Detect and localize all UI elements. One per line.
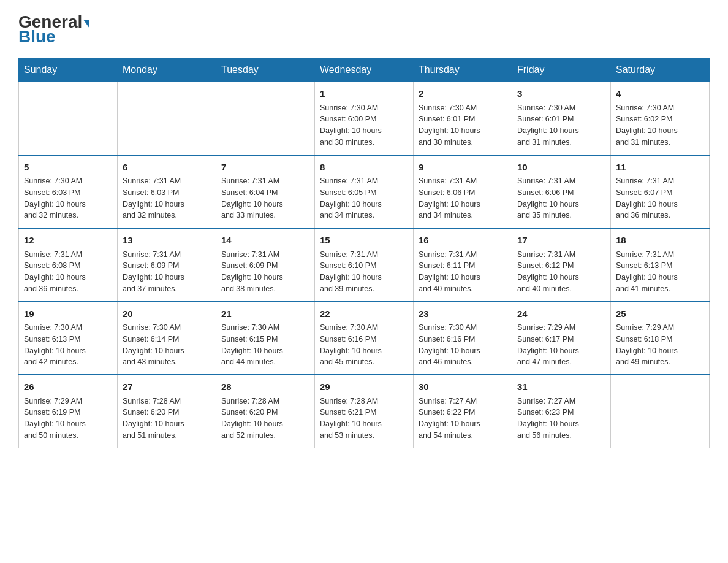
day-number: 10 bbox=[517, 161, 605, 175]
day-info: Sunrise: 7:30 AM Sunset: 6:01 PM Dayligh… bbox=[419, 102, 507, 148]
day-info: Sunrise: 7:31 AM Sunset: 6:09 PM Dayligh… bbox=[123, 249, 211, 295]
day-number: 23 bbox=[419, 307, 507, 321]
logo-arrow-icon bbox=[83, 20, 89, 28]
calendar-header-monday: Monday bbox=[118, 58, 216, 82]
day-info: Sunrise: 7:31 AM Sunset: 6:12 PM Dayligh… bbox=[517, 249, 605, 295]
day-info: Sunrise: 7:30 AM Sunset: 6:03 PM Dayligh… bbox=[24, 175, 112, 221]
day-info: Sunrise: 7:29 AM Sunset: 6:18 PM Dayligh… bbox=[616, 322, 704, 368]
day-number: 7 bbox=[221, 161, 309, 175]
calendar-day-cell: 18Sunrise: 7:31 AM Sunset: 6:13 PM Dayli… bbox=[611, 228, 710, 302]
day-number: 29 bbox=[320, 380, 408, 394]
day-number: 22 bbox=[320, 307, 408, 321]
day-number: 3 bbox=[517, 87, 605, 101]
day-info: Sunrise: 7:30 AM Sunset: 6:16 PM Dayligh… bbox=[320, 322, 408, 368]
day-info: Sunrise: 7:31 AM Sunset: 6:10 PM Dayligh… bbox=[320, 249, 408, 295]
calendar-day-cell: 17Sunrise: 7:31 AM Sunset: 6:12 PM Dayli… bbox=[512, 228, 611, 302]
day-number: 17 bbox=[517, 234, 605, 248]
logo: General Blue bbox=[18, 12, 89, 47]
calendar-day-cell: 20Sunrise: 7:30 AM Sunset: 6:14 PM Dayli… bbox=[118, 302, 216, 375]
day-number: 16 bbox=[419, 234, 507, 248]
day-info: Sunrise: 7:30 AM Sunset: 6:15 PM Dayligh… bbox=[221, 322, 309, 368]
calendar-day-cell: 19Sunrise: 7:30 AM Sunset: 6:13 PM Dayli… bbox=[19, 302, 118, 375]
day-info: Sunrise: 7:30 AM Sunset: 6:13 PM Dayligh… bbox=[24, 322, 112, 368]
day-number: 28 bbox=[221, 380, 309, 394]
day-number: 26 bbox=[24, 380, 112, 394]
day-info: Sunrise: 7:31 AM Sunset: 6:06 PM Dayligh… bbox=[517, 175, 605, 221]
calendar-week-row: 19Sunrise: 7:30 AM Sunset: 6:13 PM Dayli… bbox=[19, 302, 710, 375]
day-number: 4 bbox=[616, 87, 704, 101]
day-number: 11 bbox=[616, 161, 704, 175]
day-info: Sunrise: 7:31 AM Sunset: 6:07 PM Dayligh… bbox=[616, 175, 704, 221]
calendar-header-saturday: Saturday bbox=[611, 58, 710, 82]
day-number: 15 bbox=[320, 234, 408, 248]
day-number: 5 bbox=[24, 161, 112, 175]
calendar-day-cell: 10Sunrise: 7:31 AM Sunset: 6:06 PM Dayli… bbox=[512, 155, 611, 229]
calendar-day-cell: 26Sunrise: 7:29 AM Sunset: 6:19 PM Dayli… bbox=[19, 375, 118, 448]
day-number: 31 bbox=[517, 380, 605, 394]
day-number: 9 bbox=[419, 161, 507, 175]
day-info: Sunrise: 7:30 AM Sunset: 6:01 PM Dayligh… bbox=[517, 102, 605, 148]
calendar-day-cell: 4Sunrise: 7:30 AM Sunset: 6:02 PM Daylig… bbox=[611, 82, 710, 155]
day-info: Sunrise: 7:31 AM Sunset: 6:09 PM Dayligh… bbox=[221, 249, 309, 295]
day-number: 20 bbox=[123, 307, 211, 321]
day-number: 1 bbox=[320, 87, 408, 101]
calendar-day-cell bbox=[118, 82, 216, 155]
calendar-day-cell: 7Sunrise: 7:31 AM Sunset: 6:04 PM Daylig… bbox=[216, 155, 315, 229]
calendar-day-cell bbox=[216, 82, 315, 155]
day-number: 21 bbox=[221, 307, 309, 321]
day-info: Sunrise: 7:29 AM Sunset: 6:19 PM Dayligh… bbox=[24, 396, 112, 442]
calendar-header-row: SundayMondayTuesdayWednesdayThursdayFrid… bbox=[19, 58, 710, 82]
calendar-day-cell: 25Sunrise: 7:29 AM Sunset: 6:18 PM Dayli… bbox=[611, 302, 710, 375]
calendar-week-row: 5Sunrise: 7:30 AM Sunset: 6:03 PM Daylig… bbox=[19, 155, 710, 229]
calendar-day-cell: 12Sunrise: 7:31 AM Sunset: 6:08 PM Dayli… bbox=[19, 228, 118, 302]
day-info: Sunrise: 7:28 AM Sunset: 6:20 PM Dayligh… bbox=[221, 396, 309, 442]
page-header: General Blue bbox=[18, 12, 710, 47]
day-info: Sunrise: 7:31 AM Sunset: 6:08 PM Dayligh… bbox=[24, 249, 112, 295]
calendar-day-cell: 3Sunrise: 7:30 AM Sunset: 6:01 PM Daylig… bbox=[512, 82, 611, 155]
day-info: Sunrise: 7:30 AM Sunset: 6:00 PM Dayligh… bbox=[320, 102, 408, 148]
day-number: 19 bbox=[24, 307, 112, 321]
day-info: Sunrise: 7:31 AM Sunset: 6:05 PM Dayligh… bbox=[320, 175, 408, 221]
day-info: Sunrise: 7:31 AM Sunset: 6:04 PM Dayligh… bbox=[221, 175, 309, 221]
calendar-day-cell: 11Sunrise: 7:31 AM Sunset: 6:07 PM Dayli… bbox=[611, 155, 710, 229]
day-info: Sunrise: 7:27 AM Sunset: 6:23 PM Dayligh… bbox=[517, 396, 605, 442]
calendar-table: SundayMondayTuesdayWednesdayThursdayFrid… bbox=[18, 58, 710, 448]
calendar-day-cell: 6Sunrise: 7:31 AM Sunset: 6:03 PM Daylig… bbox=[118, 155, 216, 229]
day-number: 27 bbox=[123, 380, 211, 394]
calendar-header-friday: Friday bbox=[512, 58, 611, 82]
calendar-day-cell bbox=[611, 375, 710, 448]
calendar-week-row: 1Sunrise: 7:30 AM Sunset: 6:00 PM Daylig… bbox=[19, 82, 710, 155]
calendar-day-cell: 27Sunrise: 7:28 AM Sunset: 6:20 PM Dayli… bbox=[118, 375, 216, 448]
calendar-day-cell: 29Sunrise: 7:28 AM Sunset: 6:21 PM Dayli… bbox=[315, 375, 414, 448]
day-number: 8 bbox=[320, 161, 408, 175]
day-info: Sunrise: 7:30 AM Sunset: 6:02 PM Dayligh… bbox=[616, 102, 704, 148]
day-info: Sunrise: 7:28 AM Sunset: 6:20 PM Dayligh… bbox=[123, 396, 211, 442]
calendar-day-cell: 23Sunrise: 7:30 AM Sunset: 6:16 PM Dayli… bbox=[414, 302, 512, 375]
calendar-day-cell: 31Sunrise: 7:27 AM Sunset: 6:23 PM Dayli… bbox=[512, 375, 611, 448]
calendar-day-cell: 14Sunrise: 7:31 AM Sunset: 6:09 PM Dayli… bbox=[216, 228, 315, 302]
day-info: Sunrise: 7:30 AM Sunset: 6:16 PM Dayligh… bbox=[419, 322, 507, 368]
day-info: Sunrise: 7:31 AM Sunset: 6:06 PM Dayligh… bbox=[419, 175, 507, 221]
day-number: 12 bbox=[24, 234, 112, 248]
day-number: 14 bbox=[221, 234, 309, 248]
calendar-week-row: 12Sunrise: 7:31 AM Sunset: 6:08 PM Dayli… bbox=[19, 228, 710, 302]
calendar-day-cell: 30Sunrise: 7:27 AM Sunset: 6:22 PM Dayli… bbox=[414, 375, 512, 448]
day-info: Sunrise: 7:27 AM Sunset: 6:22 PM Dayligh… bbox=[419, 396, 507, 442]
day-info: Sunrise: 7:31 AM Sunset: 6:03 PM Dayligh… bbox=[123, 175, 211, 221]
calendar-header-tuesday: Tuesday bbox=[216, 58, 315, 82]
calendar-day-cell: 21Sunrise: 7:30 AM Sunset: 6:15 PM Dayli… bbox=[216, 302, 315, 375]
calendar-day-cell: 9Sunrise: 7:31 AM Sunset: 6:06 PM Daylig… bbox=[414, 155, 512, 229]
day-number: 30 bbox=[419, 380, 507, 394]
day-info: Sunrise: 7:31 AM Sunset: 6:13 PM Dayligh… bbox=[616, 249, 704, 295]
calendar-day-cell: 28Sunrise: 7:28 AM Sunset: 6:20 PM Dayli… bbox=[216, 375, 315, 448]
day-number: 24 bbox=[517, 307, 605, 321]
day-info: Sunrise: 7:30 AM Sunset: 6:14 PM Dayligh… bbox=[123, 322, 211, 368]
calendar-day-cell: 8Sunrise: 7:31 AM Sunset: 6:05 PM Daylig… bbox=[315, 155, 414, 229]
logo-blue-text: Blue bbox=[18, 27, 56, 47]
day-number: 25 bbox=[616, 307, 704, 321]
day-number: 13 bbox=[123, 234, 211, 248]
calendar-header-thursday: Thursday bbox=[414, 58, 512, 82]
calendar-header-sunday: Sunday bbox=[19, 58, 118, 82]
day-number: 6 bbox=[123, 161, 211, 175]
calendar-day-cell: 1Sunrise: 7:30 AM Sunset: 6:00 PM Daylig… bbox=[315, 82, 414, 155]
